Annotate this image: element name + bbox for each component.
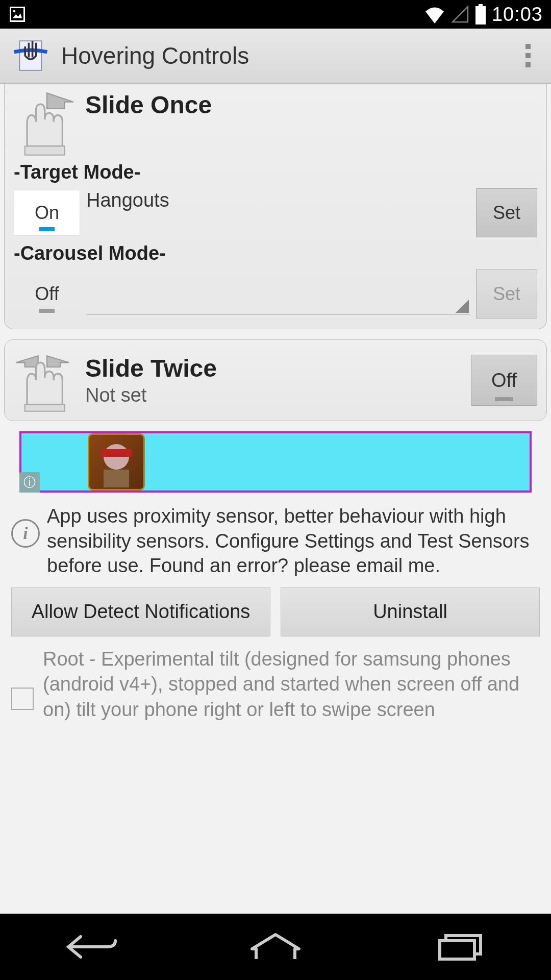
info-section: i App uses proximity sensor, better beha… <box>4 500 547 587</box>
allow-notifications-label: Allow Detect Notifications <box>32 601 251 623</box>
slide-once-card: Slide Once -Target Mode- On Hangouts Set… <box>4 84 547 329</box>
slide-twice-subtitle: Not set <box>85 384 471 406</box>
navigation-bar <box>0 914 551 980</box>
slide-twice-toggle-text: Off <box>491 370 517 391</box>
target-mode-toggle[interactable]: On <box>14 190 80 236</box>
carousel-dropdown[interactable] <box>86 274 470 314</box>
uninstall-label: Uninstall <box>373 601 447 623</box>
status-bar: 10:03 <box>0 0 551 29</box>
back-button[interactable] <box>41 926 143 967</box>
ad-info-icon[interactable]: ⓘ <box>19 472 40 493</box>
content-area: Slide Once -Target Mode- On Hangouts Set… <box>0 84 551 914</box>
action-bar: Hovering Controls <box>0 29 551 84</box>
root-tilt-text: Root - Experimental tilt (designed for s… <box>43 647 540 722</box>
root-tilt-row[interactable]: Root - Experimental tilt (designed for s… <box>4 647 547 722</box>
target-mode-value: Hangouts <box>86 189 470 211</box>
carousel-set-button[interactable]: Set <box>476 270 537 318</box>
svg-rect-4 <box>479 4 483 6</box>
page-title: Hovering Controls <box>61 42 515 69</box>
svg-rect-10 <box>104 470 129 487</box>
slide-twice-gesture-icon <box>14 347 80 413</box>
signal-icon <box>451 5 469 23</box>
back-icon <box>66 933 117 961</box>
svg-rect-6 <box>25 146 65 155</box>
svg-marker-1 <box>13 14 22 18</box>
slide-twice-toggle[interactable]: Off <box>471 355 537 406</box>
app-icon <box>10 35 51 76</box>
status-time: 10:03 <box>492 4 543 26</box>
overflow-menu[interactable] <box>515 38 541 74</box>
slide-twice-title: Slide Twice <box>85 354 471 382</box>
recents-button[interactable] <box>408 926 510 967</box>
info-text: App uses proximity sensor, better behavi… <box>47 504 540 578</box>
home-icon <box>250 933 301 961</box>
svg-rect-0 <box>11 8 24 21</box>
svg-rect-11 <box>440 941 474 959</box>
svg-rect-3 <box>475 6 486 24</box>
carousel-mode-label: -Carousel Mode- <box>14 242 537 264</box>
battery-icon <box>474 4 487 24</box>
slide-once-title: Slide Once <box>85 91 212 119</box>
ad-banner[interactable]: ⓘ <box>19 431 532 493</box>
svg-rect-7 <box>25 405 65 411</box>
allow-notifications-button[interactable]: Allow Detect Notifications <box>11 587 270 636</box>
target-mode-label: -Target Mode- <box>14 161 537 183</box>
ad-avatar-icon <box>88 433 145 491</box>
slide-twice-card: Slide Twice Not set Off <box>4 339 547 421</box>
target-set-label: Set <box>493 202 520 224</box>
carousel-mode-toggle[interactable]: Off <box>14 271 80 317</box>
wifi-icon <box>423 5 446 23</box>
target-set-button[interactable]: Set <box>476 188 537 237</box>
carousel-set-label: Set <box>493 283 520 305</box>
uninstall-button[interactable]: Uninstall <box>281 587 540 636</box>
svg-rect-9 <box>101 449 132 457</box>
dropdown-triangle-icon <box>456 300 469 313</box>
slide-once-gesture-icon <box>14 91 80 157</box>
carousel-toggle-text: Off <box>35 283 59 305</box>
info-icon: i <box>11 519 40 548</box>
home-button[interactable] <box>224 926 327 967</box>
target-toggle-text: On <box>35 202 59 224</box>
root-tilt-checkbox[interactable] <box>11 688 34 710</box>
picture-icon <box>8 5 27 23</box>
svg-point-2 <box>13 10 16 13</box>
recents-icon <box>434 933 485 961</box>
svg-rect-5 <box>19 41 41 70</box>
